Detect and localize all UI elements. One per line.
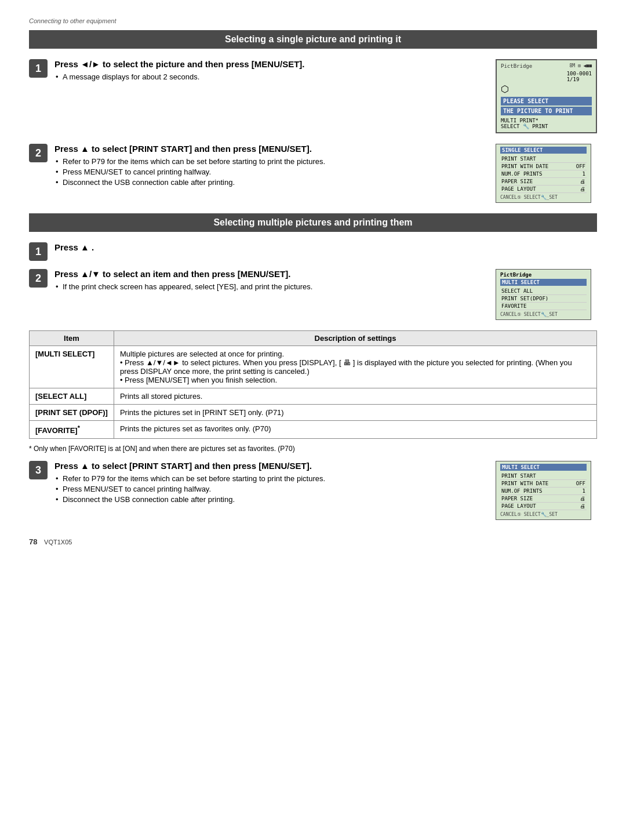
step2b-bullet1: If the print check screen has appeared, … [54,282,484,291]
lcd4-row-date: PRINT WITH DATEOFF [500,480,587,488]
step2a-arrow: ▲ [81,242,89,252]
lcd3-title: MULTI SELECT [500,279,587,286]
lcd1-icons: 8M ⊞ ◀■■ [569,63,592,69]
table-row: [FAVORITE]* Prints the pictures set as f… [30,421,597,439]
lcd1-please-select: PLEASE SELECT [501,97,592,106]
step2c-pre: Press [54,461,81,471]
lcd2-row-numprints: NUM.OF PRINTS1 [500,170,587,178]
page-code: VQT1X05 [44,539,72,546]
table-item-printset: [PRINT SET (DPOF)] [30,405,114,421]
step1a-pre: Press [54,59,81,69]
step2c-bullet2: Press MENU/SET to cancel printing halfwa… [54,485,484,493]
section1-step2: 2 Press ▲ to select [PRINT START] and th… [29,144,597,203]
lcd2-footer: CANCEL⑤ SELECT🔧_SET [500,195,587,200]
step2b-post: to select an item and then press [MENU/S… [103,269,290,279]
lcd1: PictBridge 8M ⊞ ◀■■ 100-00011/19 ⬡ PLEAS… [496,59,597,133]
step2c-bullet3: Disconnect the USB connection cable afte… [54,495,484,504]
table-desc-multiselect: Multiple pictures are selected at once f… [114,346,596,388]
breadcrumb: Connecting to other equipment [29,17,597,24]
step1a-bullet1: A message displays for about 2 seconds. [54,72,484,81]
step-number-2a: 1 [29,242,48,261]
table-desc-selectall: Prints all stored pictures. [114,388,596,405]
step1a-content: Press ◄/► to select the picture and then… [54,59,484,83]
table-desc-printset: Prints the pictures set in [PRINT SET] o… [114,405,596,421]
step1b-bullet3: Disconnect the USB connection cable afte… [54,178,484,187]
table-row: [MULTI SELECT] Multiple pictures are sel… [30,346,597,388]
lcd3-footer: CANCEL⑤ SELECT🔧_SET [500,312,587,317]
lcd1-camera-icon: ⬡ [501,83,509,94]
page-number: 78 [29,537,37,546]
footnote: * Only when [FAVORITE] is at [ON] and wh… [29,445,597,453]
step1b-arrow: ▲ [81,144,89,154]
step2b-content: Press ▲/▼ to select an item and then pre… [54,269,484,293]
step2c-post: to select [PRINT START] and then press [… [92,461,312,471]
step2c-bullets: Refer to P79 for the items which can be … [54,474,484,504]
lcd2-row-printstart: PRINT START [500,155,587,163]
section2-step2: 2 Press ▲/▼ to select an item and then p… [29,269,597,320]
step1a-title: Press ◄/► to select the picture and then… [54,59,484,69]
table-col1-header: Item [30,331,114,346]
lcd1-number: 100-00011/19 [567,71,592,82]
step1b-title: Press ▲ to select [PRINT START] and then… [54,144,484,154]
lcd3-container: PictBridge MULTI SELECT SELECT ALL PRINT… [496,269,597,320]
table-row: [SELECT ALL] Prints all stored pictures. [30,388,597,405]
table-item-favorite: [FAVORITE]* [30,421,114,439]
step-number-2c: 3 [29,461,48,479]
lcd1-icon-row: ⬡ [501,83,592,94]
step2b-arrows: ▲/▼ [81,269,100,279]
section1-step1: 1 Press ◄/► to select the picture and th… [29,59,597,133]
step1b-bullet1: Refer to P79 for the items which can be … [54,157,484,166]
lcd1-the-picture: THE PICTURE TO PRINT [501,107,592,115]
step2c-title: Press ▲ to select [PRINT START] and then… [54,461,484,471]
lcd3-print-set: PRINT SET(DPOF) [500,295,587,303]
lcd1-multi-print: MULTI PRINT* [501,118,592,123]
table-row: [PRINT SET (DPOF)] Prints the pictures s… [30,405,597,421]
step2a-post: . [92,242,94,252]
lcd3: PictBridge MULTI SELECT SELECT ALL PRINT… [496,269,591,320]
lcd2-row-layout: PAGE LAYOUT🖨 [500,186,587,193]
settings-table: Item Description of settings [MULTI SELE… [29,330,597,439]
table-desc-favorite: Prints the pictures set as favorites onl… [114,421,596,439]
section1-header: Selecting a single picture and printing … [29,30,597,49]
step1b-bullets: Refer to P79 for the items which can be … [54,157,484,187]
section2-step3: 3 Press ▲ to select [PRINT START] and th… [29,461,597,520]
step2b-pre: Press [54,269,81,279]
lcd4-row-paper: PAPER SIZE🖨 [500,495,587,503]
step2c-bullet1: Refer to P79 for the items which can be … [54,474,484,483]
lcd3-favorite: FAVORITE [500,303,587,310]
step2c-content: Press ▲ to select [PRINT START] and then… [54,461,484,506]
lcd1-select-print: SELECT 🔧 PRINT [501,123,592,129]
step-number-1a: 1 [29,59,48,78]
step2a-content: Press ▲ . [54,242,597,256]
step1b-content: Press ▲ to select [PRINT START] and then… [54,144,484,188]
step2b-title: Press ▲/▼ to select an item and then pre… [54,269,484,279]
lcd4-container: MULTI SELECT PRINT START PRINT WITH DATE… [496,461,597,520]
step2a-title: Press ▲ . [54,242,597,252]
table-item-multiselect: [MULTI SELECT] [30,346,114,388]
lcd2-container: SINGLE SELECT PRINT START PRINT WITH DAT… [496,144,597,203]
step1a-bullets: A message displays for about 2 seconds. [54,72,484,81]
lcd4-footer: CANCEL⑤ SELECT🔧_SET [500,512,587,517]
page-footer: 78 VQT1X05 [29,537,597,546]
lcd1-brand: PictBridge [501,63,532,69]
lcd2-title: SINGLE SELECT [500,147,587,154]
table-col2-header: Description of settings [114,331,596,346]
lcd4: MULTI SELECT PRINT START PRINT WITH DATE… [496,461,591,520]
step1b-pre: Press [54,144,81,154]
step1b-bullet2: Press MENU/SET to cancel printing halfwa… [54,168,484,176]
step1a-post: to select the picture and then press [ME… [103,59,304,69]
section2-step1: 1 Press ▲ . [29,242,597,261]
step1b-post: to select [PRINT START] and then press [… [92,144,312,154]
step-number-2b: 2 [29,269,48,288]
table-item-selectall: [SELECT ALL] [30,388,114,405]
lcd3-select-all: SELECT ALL [500,288,587,295]
section2-header: Selecting multiple pictures and printing… [29,213,597,232]
step2c-arrow: ▲ [81,461,89,471]
lcd2-row-date: PRINT WITH DATEOFF [500,163,587,170]
step2b-bullets: If the print check screen has appeared, … [54,282,484,291]
lcd1-container: PictBridge 8M ⊞ ◀■■ 100-00011/19 ⬡ PLEAS… [496,59,597,133]
lcd2-row-paper: PAPER SIZE🖨 [500,178,587,186]
lcd4-row-layout: PAGE LAYOUT🖨 [500,503,587,510]
step-number-1b: 2 [29,144,48,162]
lcd3-brand: PictBridge [500,272,587,278]
